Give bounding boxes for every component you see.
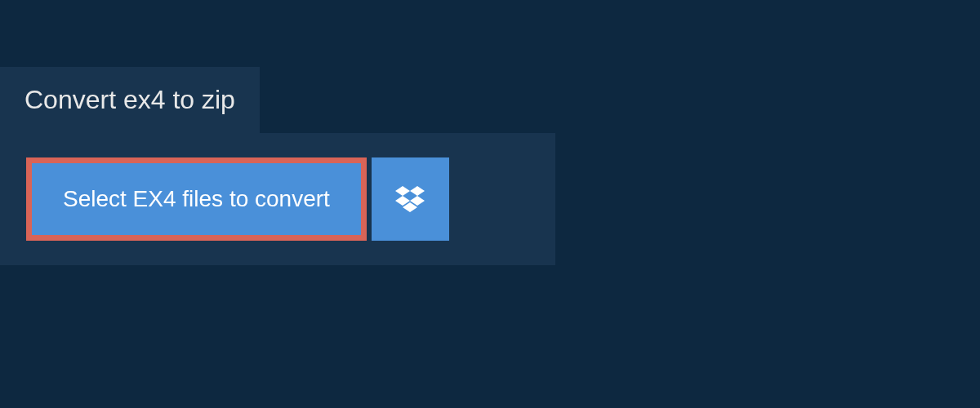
select-files-label: Select EX4 files to convert bbox=[63, 186, 330, 212]
page-title: Convert ex4 to zip bbox=[24, 85, 235, 114]
dropbox-icon bbox=[395, 186, 425, 212]
select-files-button[interactable]: Select EX4 files to convert bbox=[26, 157, 367, 241]
converter-panel: Select EX4 files to convert bbox=[0, 133, 555, 265]
button-row: Select EX4 files to convert bbox=[26, 157, 529, 241]
header-tab: Convert ex4 to zip bbox=[0, 67, 260, 133]
dropbox-button[interactable] bbox=[372, 157, 449, 241]
